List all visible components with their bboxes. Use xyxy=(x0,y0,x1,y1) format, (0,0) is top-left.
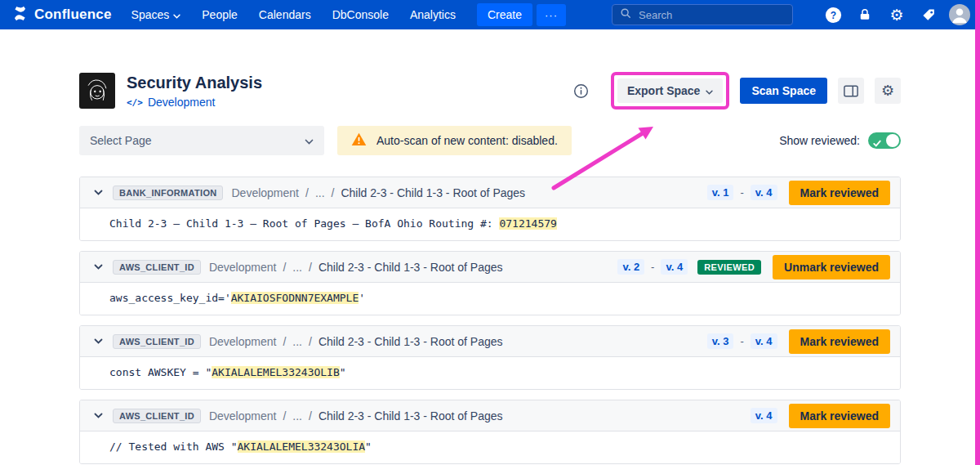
export-space-button[interactable]: Export Space xyxy=(617,78,723,103)
version-link[interactable]: v. 1 xyxy=(707,185,734,200)
finding-type-badge: AWS_CLIENT_ID xyxy=(113,334,201,349)
nav-item-dbconsole[interactable]: DbConsole xyxy=(332,8,389,21)
show-reviewed-control: Show reviewed: xyxy=(779,132,901,149)
snippet-highlight: AKIALALEMEL33243OLIA xyxy=(238,440,366,453)
nav-item-analytics[interactable]: Analytics xyxy=(410,8,456,21)
snippet-highlight: AKIAIOSFODNN7EXAMPLE xyxy=(231,292,359,304)
collapse-chevron-icon[interactable] xyxy=(91,413,105,418)
finding-actions: v. 1 - v. 4 Mark reviewed xyxy=(707,181,890,205)
space-link[interactable]: Development xyxy=(148,96,216,109)
breadcrumb-page[interactable]: Child 2-3 - Child 1-3 - Root of Pages xyxy=(318,409,503,423)
snippet-text: Child 2-3 – Child 1-3 – Root of Pages – … xyxy=(109,217,499,230)
breadcrumb-page[interactable]: Child 2-3 - Child 1-3 - Root of Pages xyxy=(318,261,503,274)
snippet-text: aws_access_key_id=' xyxy=(109,292,231,304)
version-link[interactable]: v. 4 xyxy=(751,408,777,423)
tag-button[interactable] xyxy=(917,3,940,26)
finding-type-badge: BANK_INFORMATION xyxy=(113,186,223,200)
collapse-chevron-icon[interactable] xyxy=(91,190,105,195)
breadcrumb-space[interactable]: Development xyxy=(231,186,299,199)
finding-card: BANK_INFORMATION Development / ... / Chi… xyxy=(79,177,901,241)
panel-layout-button[interactable] xyxy=(838,78,864,104)
finding-type-badge: AWS_CLIENT_ID xyxy=(113,409,201,423)
collapse-chevron-icon[interactable] xyxy=(91,264,105,270)
version-link[interactable]: v. 2 xyxy=(617,259,644,275)
search-input[interactable] xyxy=(637,8,785,22)
findings-list: BANK_INFORMATION Development / ... / Chi… xyxy=(79,177,901,464)
info-button[interactable] xyxy=(573,83,589,99)
breadcrumb-ellipsis: ... xyxy=(292,261,302,274)
warning-text: Auto-scan of new content: disabled. xyxy=(376,134,558,147)
finding-actions: v. 4 Mark reviewed xyxy=(751,404,890,428)
scan-space-button[interactable]: Scan Space xyxy=(740,78,827,104)
autoscan-warning-banner: Auto-scan of new content: disabled. xyxy=(337,126,572,155)
snippet-text: " xyxy=(340,366,346,378)
space-link-row: </> Development xyxy=(127,96,262,109)
version-link[interactable]: v. 4 xyxy=(661,259,688,275)
finding-card: AWS_CLIENT_ID Development / ... / Child … xyxy=(79,400,901,464)
mark-reviewed-button[interactable]: Mark reviewed xyxy=(789,329,891,354)
mark-reviewed-button[interactable]: Mark reviewed xyxy=(789,404,891,428)
version-separator: - xyxy=(740,186,743,199)
space-header: Security Analysis </> Development Export… xyxy=(79,72,901,110)
breadcrumb-space[interactable]: Development xyxy=(209,335,277,348)
check-icon xyxy=(873,136,881,150)
user-icon xyxy=(949,4,970,25)
finding-header: AWS_CLIENT_ID Development / ... / Child … xyxy=(80,252,900,283)
lock-button[interactable] xyxy=(853,3,876,26)
finding-card: AWS_CLIENT_ID Development / ... / Child … xyxy=(79,325,901,390)
breadcrumb-space[interactable]: Development xyxy=(209,261,277,274)
breadcrumb-ellipsis: ... xyxy=(292,335,302,348)
annotation-highlight-box: Export Space xyxy=(611,72,729,110)
breadcrumb-ellipsis: ... xyxy=(292,409,302,423)
nav-item-label: Spaces xyxy=(131,8,170,21)
search-box[interactable] xyxy=(612,4,793,25)
breadcrumb-page[interactable]: Child 2-3 - Child 1-3 - Root of Pages xyxy=(318,335,503,348)
code-icon: </> xyxy=(127,97,143,108)
page-content: Security Analysis </> Development Export… xyxy=(0,72,980,464)
toggle-knob xyxy=(886,134,899,147)
chevron-down-icon xyxy=(305,134,314,147)
breadcrumb-page[interactable]: Child 2-3 - Child 1-3 - Root of Pages xyxy=(341,186,525,199)
nav-item-spaces[interactable]: Spaces xyxy=(131,8,181,21)
version-link[interactable]: v. 4 xyxy=(751,185,777,200)
gear-icon: ⚙ xyxy=(889,7,903,23)
panel-layout-icon xyxy=(844,85,858,97)
breadcrumb: Development / ... / Child 2-3 - Child 1-… xyxy=(231,186,525,199)
version-separator: - xyxy=(651,261,654,273)
chevron-down-icon xyxy=(173,8,180,21)
help-icon: ? xyxy=(824,6,843,25)
nav-item-calendars[interactable]: Calendars xyxy=(259,8,311,21)
gear-icon: ⚙ xyxy=(881,83,894,98)
avatar[interactable] xyxy=(949,4,970,25)
settings-button[interactable]: ⚙ xyxy=(885,3,908,26)
confluence-brand[interactable]: Confluence xyxy=(11,5,112,25)
mark-reviewed-button[interactable]: Mark reviewed xyxy=(789,181,891,205)
info-icon xyxy=(573,83,589,99)
version-link[interactable]: v. 3 xyxy=(707,333,734,349)
collapse-chevron-icon[interactable] xyxy=(91,338,105,344)
finding-snippet: aws_access_key_id='AKIAIOSFODNN7EXAMPLE' xyxy=(80,283,900,315)
nav-item-people[interactable]: People xyxy=(202,8,238,21)
finding-header: AWS_CLIENT_ID Development / ... / Child … xyxy=(80,326,900,357)
breadcrumb-separator: / xyxy=(332,186,335,199)
select-page-dropdown[interactable]: Select Page xyxy=(79,126,324,155)
brand-name: Confluence xyxy=(34,7,112,23)
unmark-reviewed-button[interactable]: Unmark reviewed xyxy=(773,255,890,279)
title-block: Security Analysis </> Development xyxy=(127,73,262,109)
show-reviewed-toggle[interactable] xyxy=(868,132,901,149)
svg-text:?: ? xyxy=(830,9,835,20)
version-link[interactable]: v. 4 xyxy=(751,333,777,349)
breadcrumb-separator: / xyxy=(309,335,312,348)
top-navigation: Confluence Spaces People Calendars DbCon… xyxy=(0,0,980,29)
space-logo-art xyxy=(81,74,114,107)
header-actions: Export Space Scan Space ⚙ xyxy=(573,72,901,110)
finding-header: AWS_CLIENT_ID Development / ... / Child … xyxy=(80,400,900,431)
create-button[interactable]: Create xyxy=(477,3,532,26)
search-icon xyxy=(620,7,631,22)
space-settings-button[interactable]: ⚙ xyxy=(875,78,901,104)
export-space-label: Export Space xyxy=(627,84,700,97)
breadcrumb-space[interactable]: Development xyxy=(209,409,277,423)
help-button[interactable]: ? xyxy=(822,3,844,26)
lock-icon xyxy=(858,7,872,22)
more-button[interactable]: ··· xyxy=(537,4,566,26)
